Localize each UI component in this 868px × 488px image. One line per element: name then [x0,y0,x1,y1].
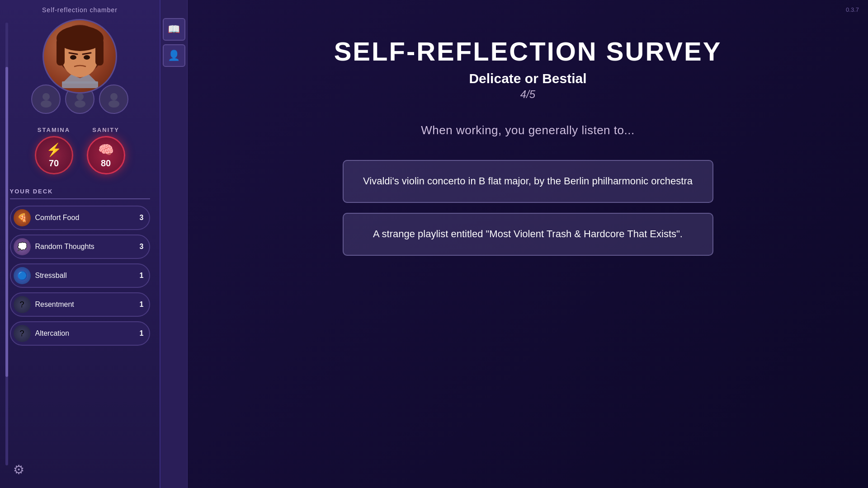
deck-item-count-4: 1 [135,329,144,338]
deck-item-3[interactable]: ? Resentment 1 [10,292,150,317]
answer-options: Vivaldi's violin concerto in B flat majo… [343,160,713,266]
deck-item-name-0: Comfort Food [35,214,135,222]
survey-subtitle: Delicate or Bestial [469,71,586,86]
sanity-container: SANITY 🧠 80 [87,127,125,174]
survey-question: When working, you generally listen to... [421,123,634,137]
answer-option-1[interactable]: A strange playlist entitled "Most Violen… [343,213,713,256]
deck-item-2[interactable]: 🔵 Stressball 1 [10,263,150,288]
deck-item-count-2: 1 [135,272,144,280]
deck-item-count-0: 3 [135,214,144,222]
svg-point-5 [70,55,76,60]
deck-item-icon-4: ? [14,325,31,342]
version-label: 0.3.7 [846,6,859,13]
deck-item-name-4: Altercation [35,329,135,338]
sub-avatar-3 [99,84,128,114]
person-icon: 👤 [168,50,180,61]
icon-sidebar: 📖 👤 [160,0,188,488]
avatar-area [31,19,128,114]
stamina-label: STAMINA [38,127,70,133]
sanity-circle: 🧠 80 [87,136,125,174]
answer-option-0[interactable]: Vivaldi's violin concerto in B flat majo… [343,160,713,203]
svg-rect-9 [62,81,98,88]
deck-item-name-2: Stressball [35,272,135,280]
deck-item-1[interactable]: 💭 Random Thoughts 3 [10,235,150,259]
sidebar-title: Self-reflection chamber [42,6,118,14]
svg-point-15 [108,100,119,108]
answer-text-1: A strange playlist entitled "Most Violen… [362,227,694,241]
svg-rect-3 [57,38,65,66]
sanity-value: 80 [101,158,111,169]
deck-item-name-1: Random Thoughts [35,243,135,251]
sidebar: Self-reflection chamber [0,0,160,488]
main-content: 0.3.7 SELF-REFLECTION SURVEY Delicate or… [188,0,868,488]
deck-section: YOUR DECK 🍕 Comfort Food 3 💭 Random Thou… [10,188,150,350]
book-icon: 📖 [168,23,180,35]
deck-item-icon-2: 🔵 [14,267,31,284]
svg-point-12 [76,93,84,100]
sanity-label: SANITY [92,127,119,133]
stamina-icon: ⚡ [46,142,62,157]
person-button[interactable]: 👤 [163,44,185,67]
sanity-icon: 🧠 [98,142,114,157]
deck-item-icon-0: 🍕 [14,209,31,226]
book-button[interactable]: 📖 [163,18,185,41]
deck-divider [10,198,150,199]
stamina-circle: ⚡ 70 [35,136,73,174]
svg-point-10 [42,93,50,100]
stats-area: STAMINA ⚡ 70 SANITY 🧠 80 [35,127,125,174]
svg-point-6 [84,55,90,60]
deck-item-icon-1: 💭 [14,238,31,255]
deck-item-0[interactable]: 🍕 Comfort Food 3 [10,206,150,230]
deck-item-icon-3: ? [14,296,31,313]
svg-point-14 [110,93,118,100]
answer-text-0: Vivaldi's violin concerto in B flat majo… [362,174,694,188]
svg-rect-4 [95,38,104,66]
scroll-thumb [5,67,8,377]
survey-progress: 4/5 [520,88,535,101]
svg-point-11 [41,100,52,108]
stamina-container: STAMINA ⚡ 70 [35,127,73,174]
svg-point-13 [75,100,85,108]
deck-item-count-3: 1 [135,300,144,309]
survey-title: SELF-REFLECTION SURVEY [334,36,722,66]
deck-title: YOUR DECK [10,188,150,195]
main-avatar [42,19,117,94]
sub-avatar-1 [31,84,61,114]
deck-item-4[interactable]: ? Altercation 1 [10,321,150,346]
settings-button[interactable]: ⚙ [9,460,28,479]
deck-item-name-3: Resentment [35,300,135,309]
deck-list: 🍕 Comfort Food 3 💭 Random Thoughts 3 🔵 S… [10,206,150,346]
stamina-value: 70 [49,158,59,169]
deck-item-count-1: 3 [135,243,144,251]
scroll-bar [5,23,8,465]
